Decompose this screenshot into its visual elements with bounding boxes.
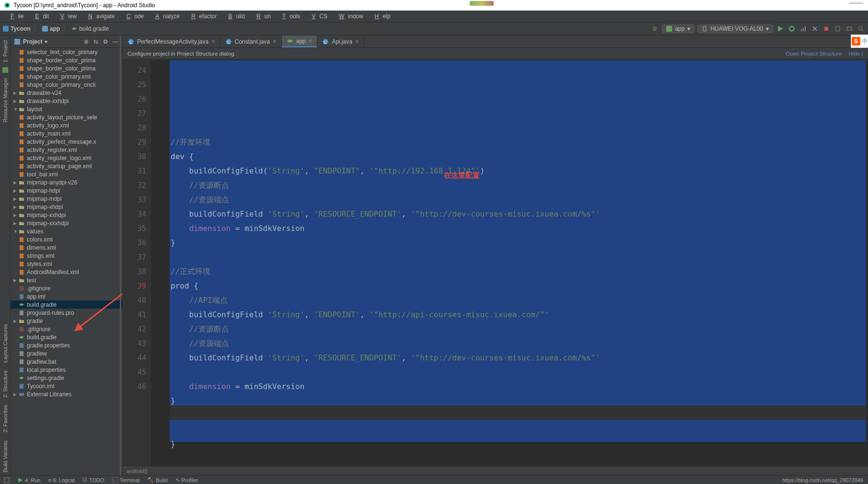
line-number[interactable]: 27 — [123, 106, 146, 121]
rail-layout-captures[interactable]: Layout Captures — [1, 321, 9, 366]
file-activity-register-xml[interactable]: activity_register.xml — [11, 146, 122, 154]
tree-arrow-icon[interactable]: ▼ — [13, 107, 18, 112]
tree-arrow-icon[interactable]: ▶ — [13, 278, 18, 283]
menu-tools[interactable]: Tools — [275, 13, 304, 20]
menu-help[interactable]: Help — [367, 13, 394, 20]
folder-mipmap-mdpi[interactable]: ▶mipmap-mdpi — [11, 195, 122, 203]
line-number[interactable]: 34 — [123, 207, 146, 221]
folder-mipmap-hdpi[interactable]: ▶mipmap-hdpi — [11, 186, 122, 195]
file-proguard-rules-pro[interactable]: proguard-rules.pro — [11, 309, 122, 317]
folder-mipmap-xxhdpi[interactable]: ▶mipmap-xxhdpi — [11, 211, 122, 219]
rail-resource-manager[interactable]: Resource Manager — [1, 75, 9, 126]
menu-view[interactable]: View — [53, 13, 81, 20]
editor-tab-api-java[interactable]: CApi.java× — [317, 35, 364, 47]
profiler-button[interactable] — [799, 24, 808, 33]
editor-gutter[interactable]: 2425262728293031323334353637383940414243… — [123, 60, 151, 466]
tree-arrow-icon[interactable]: ▶ — [13, 221, 18, 226]
rail-project[interactable]: 1: Project — [1, 37, 9, 65]
expand-icon[interactable]: ⇆ — [93, 38, 98, 45]
file-activity-perfect-message-x[interactable]: activity_perfect_message.x — [11, 138, 122, 146]
tree-arrow-icon[interactable]: ▶ — [13, 392, 18, 397]
line-number[interactable]: 42 — [123, 322, 146, 336]
status-todo-tab[interactable]: ☑TODO — [79, 477, 108, 483]
line-number[interactable]: 36 — [123, 236, 146, 250]
file-tycoon-iml[interactable]: Tycoon.iml — [11, 382, 122, 390]
file--gitignore[interactable]: .gitignore — [11, 325, 122, 333]
menu-file[interactable]: File — [3, 13, 27, 20]
folder-mipmap-xhdpi[interactable]: ▶mipmap-xhdpi — [11, 203, 122, 211]
line-number[interactable]: 40 — [123, 293, 146, 308]
file-styles-xml[interactable]: styles.xml — [11, 260, 122, 268]
attach-debugger-button[interactable] — [810, 24, 819, 33]
folder-layout[interactable]: ▼layout — [11, 105, 122, 113]
hide-notification-link[interactable]: Hide ( — [848, 51, 863, 57]
line-number[interactable]: 39 — [123, 279, 146, 293]
tree-arrow-icon[interactable]: ▶ — [13, 91, 18, 95]
line-number[interactable]: 24 — [123, 63, 146, 78]
line-number[interactable]: 37 — [123, 250, 146, 265]
file-activity-logo-xml[interactable]: activity_logo.xml — [11, 121, 122, 129]
rail-structure[interactable]: 2: Structure — [1, 368, 9, 401]
folder-mipmap-xxxhdpi[interactable]: ▶mipmap-xxxhdpi — [11, 219, 122, 227]
avd-manager-button[interactable] — [833, 24, 842, 33]
line-number[interactable]: 30 — [123, 150, 146, 164]
line-number[interactable]: 46 — [123, 380, 146, 394]
menu-edit[interactable]: Edit — [27, 13, 53, 20]
file-dimens-xml[interactable]: dimens.xml — [11, 243, 122, 252]
file-gradlew[interactable]: gradlew — [11, 349, 122, 357]
line-number[interactable]: 25 — [123, 78, 146, 92]
menu-navigate[interactable]: Navigate — [81, 13, 118, 20]
menu-run[interactable]: Run — [249, 13, 275, 20]
editor-tab-app[interactable]: app× — [282, 35, 318, 47]
menu-refactor[interactable]: Refactor — [184, 13, 220, 20]
minimize-button[interactable] — [849, 2, 863, 3]
file-build-gradle[interactable]: build.gradle — [11, 300, 122, 309]
file-selector-text-color-primary[interactable]: selector_text_color_primary — [11, 48, 122, 56]
line-number[interactable]: 26 — [123, 92, 146, 106]
resource-manager-icon[interactable] — [2, 67, 8, 73]
line-number[interactable]: 43 — [123, 336, 146, 351]
file-gradlew-bat[interactable]: gradlew.bat — [11, 357, 122, 366]
file-app-iml[interactable]: app.iml — [11, 292, 122, 300]
search-button[interactable] — [856, 24, 865, 33]
menu-analyze[interactable]: Analyze — [148, 13, 184, 20]
file-build-gradle[interactable]: build.gradle — [11, 333, 122, 341]
tree-arrow-icon[interactable]: ▶ — [13, 188, 18, 193]
line-number[interactable]: 44 — [123, 351, 146, 365]
file-shape-border-color-prima[interactable]: shape_border_color_prima — [11, 64, 122, 72]
chevron-down-icon[interactable]: ▾ — [45, 38, 47, 45]
device-selector[interactable]: HUAWEI VOG-AL00 ▾ — [697, 24, 773, 33]
file-shape-color-primary-oncli[interactable]: shape_color_primary_oncli — [11, 81, 122, 89]
line-number[interactable]: 33 — [123, 193, 146, 207]
tree-arrow-icon[interactable]: ▶ — [13, 319, 18, 323]
tree-arrow-icon[interactable]: ▼ — [13, 229, 18, 234]
folder-drawable-v24[interactable]: ▶drawable-v24 — [11, 89, 122, 97]
rail-favorites[interactable]: 2: Favorites — [1, 402, 9, 435]
close-tab-icon[interactable]: × — [273, 38, 277, 45]
tree-arrow-icon[interactable]: ▶ — [13, 213, 18, 218]
status-logcat-tab[interactable]: ≡6: Logcat — [44, 477, 79, 483]
file-gradle-properties[interactable]: gradle.properties — [11, 341, 122, 349]
editor-breadcrumb-bar[interactable]: android{} — [123, 466, 868, 475]
status-run-tab[interactable]: 4: Run — [13, 477, 44, 483]
folder-test[interactable]: ▶test — [11, 276, 122, 284]
file-activity-startup-page-xml[interactable]: activity_startup_page.xml — [11, 162, 122, 170]
line-number[interactable]: 38 — [123, 265, 146, 279]
run-config-selector[interactable]: app ▾ — [662, 24, 694, 33]
status-profiler-tab[interactable]: ∿Profiler — [172, 477, 202, 483]
tree-arrow-icon[interactable]: ▶ — [13, 180, 18, 185]
gear-icon[interactable]: ✿ — [103, 38, 108, 45]
menu-window[interactable]: Window — [331, 13, 367, 20]
folder-values[interactable]: ▼values — [11, 227, 122, 235]
editor-tab-perfectmessageactivity-java[interactable]: CPerfectMessageActivity.java× — [123, 35, 220, 47]
ime-floating-toolbar[interactable]: S 中 — [851, 35, 868, 48]
menu-code[interactable]: Code — [118, 13, 148, 20]
file--gitignore[interactable]: .gitignore — [11, 284, 122, 292]
folder-mipmap-anydpi-v26[interactable]: ▶mipmap-anydpi-v26 — [11, 178, 122, 186]
sdk-manager-button[interactable] — [845, 24, 854, 33]
file-androidmanifest-xml[interactable]: AndroidManifest.xml — [11, 268, 122, 276]
line-number[interactable]: 31 — [123, 164, 146, 178]
folder-external-libraries[interactable]: ▶External Libraries — [11, 390, 122, 398]
debug-button[interactable] — [787, 24, 796, 33]
tree-arrow-icon[interactable]: ▶ — [13, 196, 18, 201]
